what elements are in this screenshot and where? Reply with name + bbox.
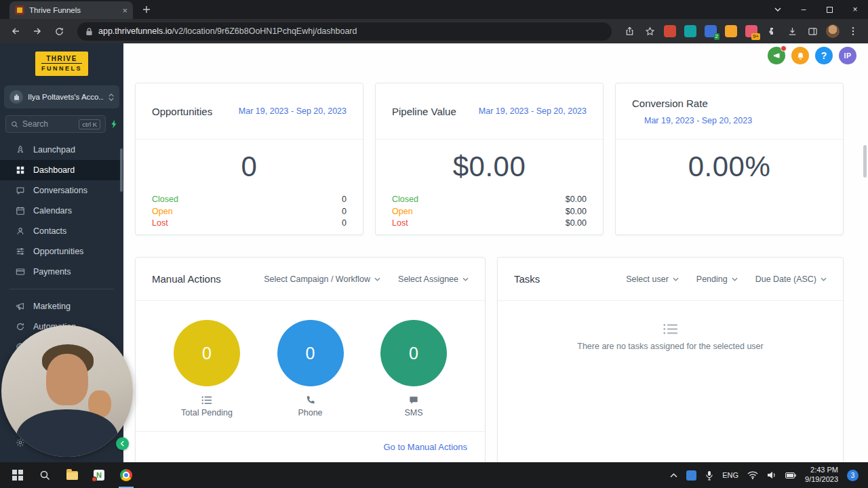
sidebar-item-label: Opportunities <box>33 247 83 256</box>
share-icon[interactable] <box>621 23 637 39</box>
browser-tab[interactable]: Thrive Funnels × <box>9 1 133 19</box>
row-label: Open <box>152 206 173 218</box>
sort-dropdown[interactable]: Due Date (ASC) <box>755 274 827 284</box>
sidebar-item-opportunities[interactable]: Opportunities <box>0 241 123 262</box>
address-bar[interactable]: app.thrivefunnels.io/v2/location/9r6Z6b8… <box>77 22 612 41</box>
action-center-badge[interactable]: 3 <box>847 470 859 481</box>
dropdown-label: Select Assignee <box>398 274 458 284</box>
bookmark-star-icon[interactable] <box>642 23 658 39</box>
announcements-button[interactable] <box>768 47 785 64</box>
sidebar-item-calendars[interactable]: Calendars <box>0 201 123 221</box>
wifi-icon[interactable] <box>747 471 758 479</box>
sidebar-item-label: Marketing <box>33 302 71 311</box>
card-header: Manual Actions Select Campaign / Workflo… <box>136 258 485 301</box>
taskbar-search-icon[interactable] <box>31 462 58 488</box>
sidebar-item-contacts[interactable]: Contacts <box>0 221 123 241</box>
url-text: app.thrivefunnels.io/v2/location/9r6Z6b8… <box>98 26 357 36</box>
search-input[interactable]: Search ctrl K <box>5 115 106 133</box>
sidebar-scrollbar[interactable] <box>120 148 123 192</box>
back-icon[interactable] <box>7 22 24 40</box>
maximize-button[interactable] <box>816 0 842 19</box>
phone-stat: 0 Phone <box>270 320 351 418</box>
tab-close-icon[interactable]: × <box>122 6 127 15</box>
tray-app-icon[interactable] <box>686 470 696 481</box>
language-indicator[interactable]: ENG <box>722 471 738 479</box>
new-tab-button[interactable] <box>138 1 155 18</box>
card-title: Conversion Rate <box>632 98 827 109</box>
card-header: Conversion Rate Mar 19, 2023 - Sep 20, 2… <box>616 83 843 140</box>
date-range-picker[interactable]: Mar 19, 2023 - Sep 20, 2023 <box>239 106 347 116</box>
sidebar-item-launchpad[interactable]: Launchpad <box>0 140 123 160</box>
stat-row-open: Open0 <box>152 206 347 218</box>
status-dropdown[interactable]: Pending <box>696 274 738 284</box>
sidebar-search-row: Search ctrl K <box>5 115 118 133</box>
row-value: $0.00 <box>566 194 587 206</box>
primary-nav: Launchpad Dashboard Conversations Calend… <box>0 140 123 282</box>
account-avatar-icon <box>9 90 23 104</box>
card-title: Opportunities <box>152 106 212 117</box>
extension-icon-2[interactable] <box>684 25 696 37</box>
conversations-icon <box>15 186 26 195</box>
go-to-manual-actions-link[interactable]: Go to Manual Actions <box>383 442 467 452</box>
system-tray: ENG 2:43 PM 9/19/2023 3 <box>670 466 863 485</box>
microphone-icon[interactable] <box>705 470 713 481</box>
extension-icon-4[interactable] <box>725 25 737 37</box>
taskbar-clock[interactable]: 2:43 PM 9/19/2023 <box>805 466 838 485</box>
quick-actions-bolt-icon[interactable] <box>110 119 118 129</box>
profile-avatar[interactable] <box>825 23 841 39</box>
battery-icon[interactable] <box>785 472 796 479</box>
account-switcher[interactable]: Ilya Poltavets's Acco... <box>4 85 119 108</box>
notifications-bell-button[interactable] <box>791 47 809 64</box>
assignee-dropdown[interactable]: Select Assignee <box>398 274 469 284</box>
windows-taskbar: N ENG 2:43 PM 9/19/2023 3 <box>0 462 868 488</box>
row-label: Lost <box>152 218 168 230</box>
forward-icon[interactable] <box>28 22 46 40</box>
extension-icon-1[interactable] <box>664 25 676 37</box>
date-range-picker[interactable]: Mar 19, 2023 - Sep 20, 2023 <box>479 106 587 116</box>
side-panel-icon[interactable] <box>804 23 821 39</box>
sidebar-item-dashboard[interactable]: Dashboard <box>0 160 123 180</box>
extension-icon-3[interactable]: 2 <box>705 25 717 37</box>
file-explorer-icon[interactable] <box>58 462 85 488</box>
stat-rows: Closed0 Open0 Lost0 <box>136 194 363 230</box>
sidebar-collapse-button[interactable] <box>116 437 129 450</box>
help-button[interactable]: ? <box>815 47 833 64</box>
campaign-workflow-dropdown[interactable]: Select Campaign / Workflow <box>264 274 380 284</box>
refresh-icon[interactable] <box>50 22 68 40</box>
sidebar-divider <box>9 289 114 289</box>
sidebar-item-label: Contacts <box>33 226 66 236</box>
sms-icon <box>408 395 419 405</box>
row-value: 0 <box>342 206 347 218</box>
sidebar-item-payments[interactable]: Payments <box>0 262 123 282</box>
start-button[interactable] <box>4 462 31 488</box>
account-switch-chevrons-icon <box>108 94 114 101</box>
tray-expand-icon[interactable] <box>670 473 677 478</box>
close-button[interactable]: × <box>842 0 868 19</box>
chevron-down-icon <box>374 277 380 281</box>
extension-icon-5[interactable]: 9+ <box>745 25 757 37</box>
stat-row-lost: Lost0 <box>152 218 347 230</box>
sidebar-item-label: Conversations <box>33 186 87 195</box>
extensions-puzzle-icon[interactable] <box>764 23 780 39</box>
manual-actions-footer: Go to Manual Actions <box>136 431 485 462</box>
sidebar-item-marketing[interactable]: Marketing <box>0 296 123 317</box>
browser-menu-icon[interactable] <box>845 23 861 39</box>
avatar-initials: IP <box>844 52 852 60</box>
user-dropdown[interactable]: Select user <box>626 274 679 284</box>
chrome-taskbar-icon[interactable] <box>113 462 140 488</box>
minimize-button[interactable]: – <box>791 0 816 19</box>
opportunities-icon <box>15 247 26 256</box>
downloads-icon[interactable] <box>784 23 800 39</box>
main-scrollbar[interactable] <box>863 145 867 178</box>
webcam-overlay <box>1 325 133 457</box>
notification-dot <box>781 45 787 52</box>
tab-search-icon[interactable] <box>765 0 791 19</box>
notepad-app-icon[interactable]: N <box>85 462 113 488</box>
row-value: $0.00 <box>566 206 587 218</box>
window-controls: – × <box>765 0 868 19</box>
date-range-picker[interactable]: Mar 19, 2023 - Sep 20, 2023 <box>644 116 827 125</box>
user-avatar[interactable]: IP <box>839 47 856 64</box>
lower-row: Manual Actions Select Campaign / Workflo… <box>135 257 844 462</box>
volume-icon[interactable] <box>767 471 776 479</box>
sidebar-item-conversations[interactable]: Conversations <box>0 180 123 201</box>
